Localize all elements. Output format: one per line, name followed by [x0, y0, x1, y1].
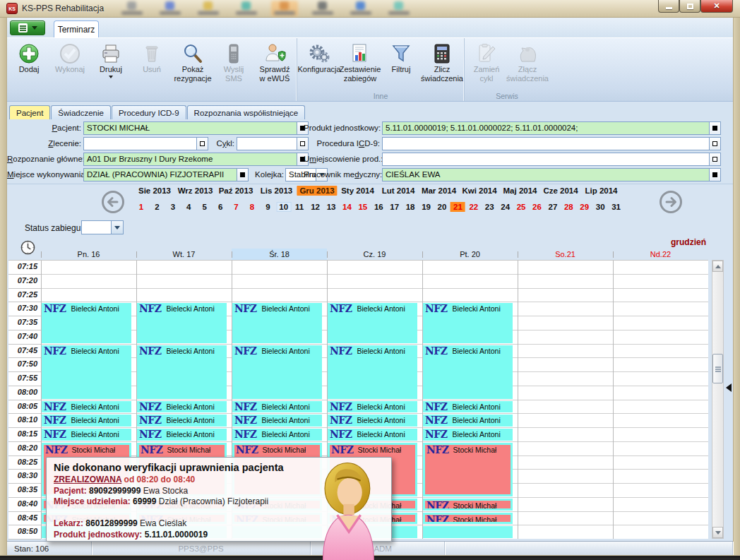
appointment-block[interactable]: NFZBielecki Antoni: [42, 401, 131, 413]
status-dropdown-button[interactable]: [111, 221, 123, 234]
appointment-block[interactable]: NFZStocki MichałP:89092999999: [423, 513, 513, 525]
next-month-button[interactable]: [658, 189, 684, 215]
appointment-block[interactable]: NFZBielecki Antoni: [42, 415, 131, 427]
month-item[interactable]: Paź 2013: [216, 186, 256, 196]
appointment-block[interactable]: NFZBielecki Antoni: [328, 345, 417, 399]
day-item[interactable]: 8: [247, 202, 257, 212]
day-item[interactable]: 14: [340, 202, 354, 212]
day-item[interactable]: 7: [231, 202, 241, 212]
procedura-lookup-button[interactable]: [709, 138, 720, 150]
column-header-6[interactable]: So.21: [518, 249, 613, 260]
day-item[interactable]: 17: [387, 202, 402, 212]
appointment-block[interactable]: NFZBielecki Antoni: [232, 429, 322, 441]
vertical-scrollbar[interactable]: [712, 260, 724, 539]
day-item[interactable]: 2: [152, 202, 162, 212]
appointment-block[interactable]: NFZBielecki Antoni: [328, 303, 417, 342]
appointment-block[interactable]: NFZBielecki Antoni: [137, 429, 227, 441]
calculator-button[interactable]: Zliczświadczenia: [422, 41, 462, 84]
month-item[interactable]: Lip 2014: [582, 186, 620, 196]
column-header-1[interactable]: Pn. 16: [41, 249, 136, 260]
day-item[interactable]: 1: [136, 202, 146, 212]
column-header-5[interactable]: Pt. 20: [422, 249, 518, 260]
month-item[interactable]: Maj 2014: [501, 186, 540, 196]
day-item[interactable]: 23: [482, 202, 497, 212]
miejsce-lookup-button[interactable]: [237, 169, 248, 181]
appointment-block[interactable]: NFZBielecki Antoni: [423, 303, 513, 342]
day-item[interactable]: 25: [514, 202, 529, 212]
month-item[interactable]: Sty 2014: [338, 186, 377, 196]
print-button[interactable]: Drukuj: [90, 41, 131, 80]
day-item[interactable]: 12: [308, 202, 323, 212]
appointment-block[interactable]: NFZStocki Michał: [423, 443, 513, 496]
day-item[interactable]: 30: [593, 202, 608, 212]
appointment-block[interactable]: NFZBielecki Antoni: [42, 345, 131, 399]
miejsce-field[interactable]: DZIAŁ (PRACOWNIA) FIZJOTERAPII: [83, 168, 249, 181]
scrollbar-thumb[interactable]: [712, 354, 723, 383]
pracownik-field[interactable]: CIEŚLAK EWA: [382, 168, 721, 181]
day-item[interactable]: 9: [263, 202, 273, 212]
application-menu-button[interactable]: [10, 20, 45, 35]
previous-month-button[interactable]: [100, 189, 126, 215]
appointment-block[interactable]: NFZBielecki Antoni: [137, 303, 227, 342]
funnel-button[interactable]: Filtruj: [381, 41, 422, 76]
chart-button[interactable]: Zestawieniezabiegów: [340, 41, 381, 84]
minimize-button[interactable]: [658, 0, 679, 13]
day-item[interactable]: 31: [609, 202, 623, 212]
splitter-collapse-arrow[interactable]: [726, 383, 732, 392]
day-item[interactable]: 28: [561, 202, 576, 212]
month-item[interactable]: Lut 2014: [379, 186, 418, 196]
day-item[interactable]: 27: [546, 202, 561, 212]
month-item[interactable]: Mar 2014: [419, 186, 459, 196]
column-header-4[interactable]: Cz. 19: [327, 249, 422, 260]
close-button[interactable]: ✕: [700, 0, 733, 13]
cykl-field[interactable]: [237, 137, 309, 150]
add-button[interactable]: Dodaj: [8, 41, 49, 76]
scroll-down-button[interactable]: [712, 527, 723, 538]
day-item[interactable]: 29: [577, 202, 592, 212]
tab-terminarz[interactable]: Terminarz: [54, 20, 99, 38]
magnifier-button[interactable]: Pokażrezygnacje: [172, 41, 213, 84]
appointment-block[interactable]: NFZBielecki Antoni: [232, 415, 322, 427]
appointment-block[interactable]: NFZBielecki Antoni: [423, 345, 513, 399]
day-item[interactable]: 16: [371, 202, 386, 212]
appointment-block[interactable]: NFZBielecki Antoni: [232, 401, 322, 413]
day-item[interactable]: 22: [466, 202, 481, 212]
appointment-block[interactable]: NFZBielecki Antoni: [42, 303, 131, 342]
month-item[interactable]: Sie 2013: [136, 186, 174, 196]
appointment-block[interactable]: NFZBielecki Antoni: [137, 401, 227, 413]
column-header-7[interactable]: Nd.22: [613, 249, 708, 260]
pracownik-lookup-button[interactable]: [709, 169, 720, 181]
appointment-block[interactable]: NFZBielecki Antoni: [423, 429, 513, 441]
appointment-block[interactable]: NFZBielecki Antoni: [423, 415, 513, 427]
day-item[interactable]: 26: [530, 202, 544, 212]
umiejscowienie-lookup-button[interactable]: [709, 153, 720, 165]
day-item[interactable]: 20: [435, 202, 450, 212]
day-item[interactable]: 10: [276, 202, 291, 212]
produkt-field[interactable]: 5.11.01.0000019; 5.11.01.0000022; 5.11.0…: [382, 121, 721, 135]
appointment-block[interactable]: NFZBielecki Antoni: [328, 401, 417, 413]
day-item[interactable]: 6: [215, 202, 225, 212]
appointment-block[interactable]: NFZBielecki Antoni: [423, 401, 513, 413]
procedura-field[interactable]: [382, 137, 721, 150]
zlecenie-lookup-button[interactable]: [196, 138, 208, 150]
appointment-block[interactable]: NFZStocki MichałP:89092999999: [423, 499, 513, 511]
scroll-up-button[interactable]: [712, 261, 723, 272]
day-item[interactable]: 4: [184, 202, 193, 212]
day-item[interactable]: 24: [498, 202, 513, 212]
umiejscowienie-field[interactable]: [382, 153, 721, 166]
appointment-block[interactable]: [423, 526, 513, 538]
day-item[interactable]: 18: [403, 202, 418, 212]
day-item[interactable]: 21: [450, 202, 465, 212]
zlecenie-field[interactable]: [83, 137, 208, 150]
appointment-block[interactable]: NFZBielecki Antoni: [328, 415, 417, 427]
appointment-block[interactable]: NFZBielecki Antoni: [137, 345, 227, 399]
day-item[interactable]: 11: [292, 202, 306, 212]
month-item[interactable]: Lis 2013: [258, 186, 295, 196]
day-item[interactable]: 19: [419, 202, 434, 212]
month-item[interactable]: Gru 2013: [297, 186, 337, 196]
form-tab-rozpoznania-wsp-istniej-ce[interactable]: Rozpoznania współistniejące: [187, 105, 306, 119]
day-item[interactable]: 3: [168, 202, 178, 212]
form-tab-pacjent[interactable]: Pacjent: [9, 105, 50, 119]
appointment-block[interactable]: NFZBielecki Antoni: [42, 429, 131, 441]
form-tab--wiadczenie[interactable]: Świadczenie: [51, 105, 111, 119]
